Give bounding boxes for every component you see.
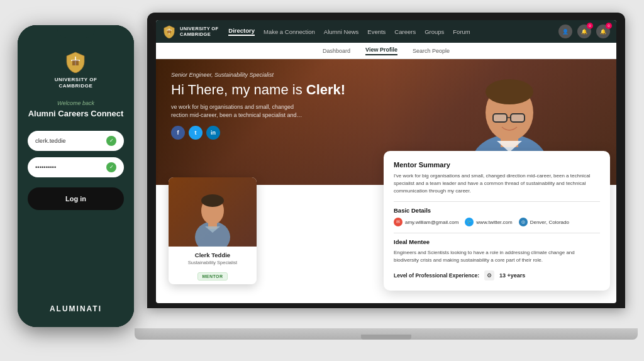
detail-location-text: Denver, Colorado [530, 219, 569, 225]
mentor-summary-title: Mentor Summary [394, 161, 600, 169]
mobile-phone: UNIVERSITY OF CAMBRIDGE Welcome back Alu… [18, 25, 134, 327]
laptop-bezel: UNIVERSITY OF CAMBRIDGE Directory Make a… [147, 13, 625, 308]
phone-app-brand: ALUMINATI [50, 304, 102, 313]
phone-cambridge-shield-icon [64, 50, 87, 73]
detail-email: ✉ amy.william@gmail.com [394, 218, 458, 226]
svg-rect-6 [511, 114, 525, 122]
divider-2 [394, 233, 600, 233]
phone-university-text: UNIVERSITY OF CAMBRIDGE [55, 77, 97, 90]
cambridge-shield-icon [162, 25, 176, 38]
mentor-summary-card: Mentor Summary I've work for big organis… [384, 151, 610, 291]
mentor-summary-text: I've work for big organisations and smal… [394, 172, 600, 195]
experience-label: Level of Professional Experience: [394, 272, 479, 279]
phone-password-value: •••••••••• [35, 164, 106, 170]
detail-email-text: amy.william@gmail.com [405, 219, 458, 225]
nav-link-forum[interactable]: Forum [453, 28, 470, 35]
svg-rect-0 [167, 30, 171, 33]
subnav-dashboard[interactable]: Dashboard [323, 48, 350, 54]
nav-logo-text: UNIVERSITY OF CAMBRIDGE [180, 26, 218, 37]
hero-social-links: f t in [171, 126, 345, 140]
profile-card-name: Clerk Teddie [174, 252, 252, 258]
svg-rect-5 [493, 114, 507, 122]
laptop-subnav: Dashboard View Profile Search People [156, 43, 616, 59]
detail-twitter-text: www.twitter.com [476, 219, 512, 225]
hero-description: ve work for big organisations and small,… [171, 103, 345, 119]
profile-card-info: Clerk Teddie Sustainability Specialist M… [169, 247, 257, 284]
subnav-viewprofile[interactable]: View Profile [365, 47, 397, 55]
phone-username-check-icon: ✓ [106, 136, 116, 146]
subnav-searchpeople[interactable]: Search People [413, 48, 450, 54]
user-avatar-icon[interactable]: 👤 [558, 25, 572, 38]
nav-link-events[interactable]: Events [367, 28, 386, 35]
phone-username-value: clerk.teddie [35, 137, 106, 144]
hero-title-bold: Clerk! [306, 82, 345, 97]
phone-logo-area: UNIVERSITY OF CAMBRIDGE [55, 50, 97, 90]
phone-login-button[interactable]: Log in [28, 187, 124, 210]
phone-screen: UNIVERSITY OF CAMBRIDGE Welcome back Alu… [18, 25, 134, 327]
laptop-base [135, 328, 638, 340]
nav-icons: 👤 🔔 0 🔔 0 [558, 25, 610, 38]
notifications-icon[interactable]: 🔔 0 [596, 25, 610, 38]
twitter-detail-icon: 🐦 [465, 218, 474, 226]
laptop-navbar: UNIVERSITY OF CAMBRIDGE Directory Make a… [156, 20, 616, 43]
scene: UNIVERSITY OF CAMBRIDGE Directory Make a… [0, 0, 644, 361]
hero-subtitle: Senior Engineer, Sustainability Speciali… [171, 72, 345, 78]
messages-icon[interactable]: 🔔 0 [577, 25, 591, 38]
hero-title: Hi There, my name is Clerk! [171, 82, 345, 98]
detail-location: ◎ Denver, Colorado [519, 218, 569, 226]
nav-link-groups[interactable]: Groups [425, 28, 444, 35]
experience-icon: ⚙ [484, 270, 494, 280]
experience-row: Level of Professional Experience: ⚙ 13 +… [394, 270, 600, 280]
hero-title-prefix: Hi There, my name is [171, 82, 306, 97]
hero-content: Senior Engineer, Sustainability Speciali… [171, 72, 345, 140]
social-twitter-icon[interactable]: t [189, 126, 203, 140]
phone-notch [57, 25, 95, 38]
social-linkedin-icon[interactable]: in [206, 126, 220, 140]
nav-link-news[interactable]: Alumni News [324, 28, 358, 35]
email-icon: ✉ [394, 218, 402, 226]
nav-links: Directory Make a Connection Alumni News … [228, 27, 558, 36]
divider-1 [394, 201, 600, 202]
profile-card-role: Sustainability Specialist [174, 260, 252, 265]
nav-link-careers[interactable]: Careers [394, 28, 416, 35]
basic-details-list: ✉ amy.william@gmail.com 🐦 www.twitter.co… [394, 218, 600, 226]
profile-card-mentor-badge: MENTOR [197, 272, 227, 280]
svg-point-3 [486, 79, 533, 104]
svg-rect-12 [72, 60, 79, 65]
ideal-mentee-text: Engineers and Scientists looking to have… [394, 249, 600, 264]
laptop: UNIVERSITY OF CAMBRIDGE Directory Make a… [147, 13, 625, 340]
basic-details-title: Basic Details [394, 207, 600, 214]
svg-point-10 [201, 194, 224, 207]
nav-link-connection[interactable]: Make a Connection [264, 28, 315, 35]
experience-value: 13 +years [499, 272, 525, 279]
location-icon: ◎ [519, 218, 528, 226]
ideal-mentee-title: Ideal Mentee [394, 238, 600, 245]
profile-card-person-image [187, 187, 238, 247]
phone-app-name: Alumni Careers Connect [28, 109, 124, 118]
phone-password-input[interactable]: •••••••••• ✓ [28, 157, 124, 177]
detail-twitter: 🐦 www.twitter.com [465, 218, 512, 226]
profile-card: Clerk Teddie Sustainability Specialist M… [169, 177, 257, 284]
phone-password-check-icon: ✓ [106, 162, 116, 172]
phone-username-input[interactable]: clerk.teddie ✓ [28, 131, 124, 151]
social-facebook-icon[interactable]: f [171, 126, 185, 140]
nav-link-directory[interactable]: Directory [228, 27, 255, 36]
profile-card-image [169, 177, 257, 247]
nav-logo: UNIVERSITY OF CAMBRIDGE [162, 25, 218, 38]
laptop-screen: UNIVERSITY OF CAMBRIDGE Directory Make a… [156, 20, 616, 303]
phone-welcome-text: Welcome back [57, 100, 94, 106]
